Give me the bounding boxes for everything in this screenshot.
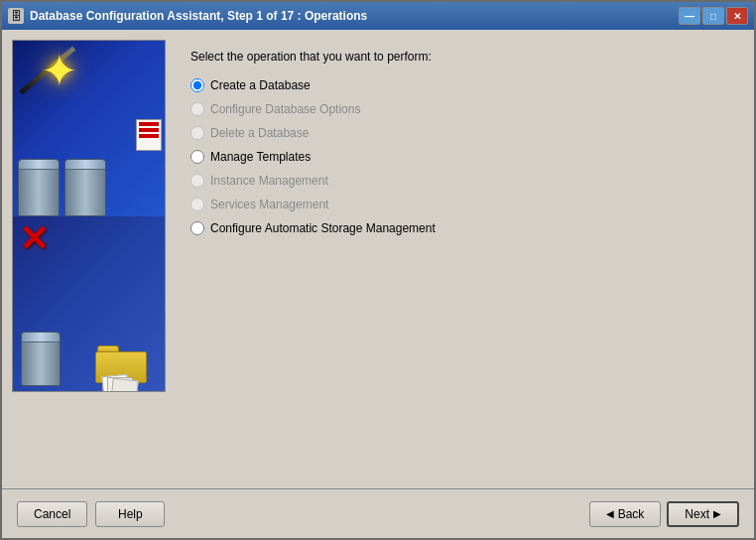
app-icon: 🗄 [8, 8, 24, 24]
window-controls: — □ ✕ [679, 7, 748, 25]
radio-item-services: Services Management [190, 198, 729, 211]
options-panel: Select the operation that you want to pe… [176, 40, 744, 478]
radio-item-create: Create a Database [190, 78, 729, 92]
radio-create[interactable] [190, 78, 204, 92]
radio-item-asm: Configure Automatic Storage Management [190, 221, 729, 235]
radio-label-services[interactable]: Services Management [210, 198, 328, 211]
panel-bottom: ✕ [13, 216, 165, 392]
main-area: ✦ [2, 30, 754, 488]
button-bar: Cancel Help ◀ Back Next ▶ [2, 488, 754, 538]
radio-services[interactable] [190, 198, 204, 211]
radio-item-instance: Instance Management [190, 174, 729, 188]
button-bar-left: Cancel Help [17, 501, 589, 527]
radio-delete[interactable] [190, 126, 204, 140]
cancel-button[interactable]: Cancel [17, 501, 87, 527]
radio-label-delete[interactable]: Delete a Database [210, 126, 309, 140]
titlebar: 🗄 Database Configuration Assistant, Step… [2, 2, 754, 30]
button-bar-right: ◀ Back Next ▶ [589, 501, 739, 527]
main-window: 🗄 Database Configuration Assistant, Step… [0, 0, 756, 540]
radio-label-configure[interactable]: Configure Database Options [210, 102, 360, 116]
radio-label-create[interactable]: Create a Database [210, 78, 311, 92]
minimize-button[interactable]: — [679, 7, 700, 25]
radio-item-delete: Delete a Database [190, 126, 729, 140]
help-button[interactable]: Help [95, 501, 165, 527]
radio-asm[interactable] [190, 221, 204, 235]
window-content: ✦ [2, 30, 754, 538]
window-title: Database Configuration Assistant, Step 1… [30, 9, 673, 23]
folder-icon [95, 329, 160, 383]
radio-item-manage: Manage Templates [190, 150, 729, 164]
close-button[interactable]: ✕ [726, 7, 748, 25]
next-button[interactable]: Next ▶ [667, 501, 739, 527]
back-arrow-icon: ◀ [606, 508, 614, 519]
star-burst: ✦ [41, 49, 78, 93]
radio-configure[interactable] [190, 102, 204, 116]
radio-label-manage[interactable]: Manage Templates [210, 150, 311, 164]
radio-label-instance[interactable]: Instance Management [210, 174, 328, 188]
next-arrow-icon: ▶ [713, 508, 721, 519]
operation-radio-group: Create a Database Configure Database Opt… [190, 78, 729, 235]
maximize-button[interactable]: □ [702, 7, 724, 25]
back-label: Back [618, 507, 645, 521]
decorative-panel: ✦ [12, 40, 166, 392]
next-label: Next [685, 507, 709, 521]
drum-bottom [21, 332, 61, 386]
radio-item-configure: Configure Database Options [190, 102, 729, 116]
checklist-icon [136, 119, 162, 151]
radio-instance[interactable] [190, 174, 204, 188]
instruction-text: Select the operation that you want to pe… [190, 50, 729, 64]
radio-manage[interactable] [190, 150, 204, 164]
x-mark-icon: ✕ [19, 221, 49, 257]
radio-label-asm[interactable]: Configure Automatic Storage Management [210, 221, 436, 235]
panel-top: ✦ [13, 41, 165, 216]
drums-top [18, 159, 106, 216]
back-button[interactable]: ◀ Back [589, 501, 662, 527]
